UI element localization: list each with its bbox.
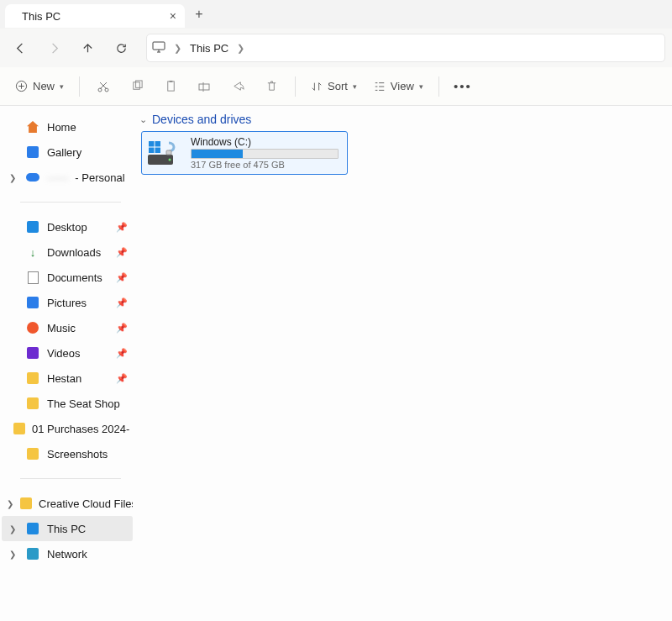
sidebar-item-gallery[interactable]: Gallery [2,139,133,165]
chevron-down-icon: ▾ [353,82,357,91]
ellipsis-icon: ••• [454,79,472,93]
cut-button[interactable] [88,73,118,100]
sidebar-item-videos[interactable]: Videos📌 [2,340,133,366]
music-icon [25,320,40,335]
chevron-right-icon[interactable]: ❯ [174,43,181,54]
new-button[interactable]: New ▾ [8,73,71,100]
chevron-right-icon[interactable]: ❯ [7,499,13,508]
folder-icon [13,421,25,436]
pin-icon: 📌 [116,297,128,308]
rename-button[interactable] [189,73,219,100]
svg-rect-0 [153,42,165,50]
new-tab-button[interactable]: + [185,7,213,22]
pin-icon: 📌 [116,272,128,283]
sort-label: Sort [328,80,348,92]
sidebar-item-label: Videos [47,347,81,360]
sidebar-item-label: This PC [47,523,86,535]
chevron-right-icon[interactable]: ❯ [7,550,18,559]
sidebar-item-label: Creative Cloud Files [39,497,133,510]
sidebar-item-label: Downloads [47,246,101,259]
pictures-icon [25,295,40,310]
videos-icon [25,345,40,360]
breadcrumb-this-pc[interactable]: This PC [190,42,228,55]
content-pane: ⌄ Devices and drives Windows (C:) 317 GB… [133,106,672,621]
sidebar-item-home[interactable]: Home [2,114,133,139]
paste-button[interactable] [155,73,186,100]
divider [79,76,80,97]
drive-free-text: 317 GB free of 475 GB [191,160,339,170]
address-bar[interactable]: ❯ This PC ❯ [146,34,665,62]
command-bar: New ▾ Sort ▾ View ▾ ••• [0,67,672,106]
chevron-down-icon: ⌄ [139,114,147,125]
view-label: View [391,80,414,92]
pin-icon: 📌 [116,348,128,359]
up-button[interactable] [74,34,101,61]
sidebar-item-pictures[interactable]: Pictures📌 [2,290,133,315]
gallery-icon [25,145,40,160]
folder-icon [25,446,40,461]
svg-rect-7 [169,81,172,82]
divider [295,76,296,97]
forward-button[interactable] [40,34,67,61]
drive-name: Windows (C:) [191,136,339,148]
sidebar-item-this-pc[interactable]: ❯This PC [2,516,133,541]
monitor-icon [152,41,165,55]
sort-icon [311,81,323,92]
sidebar-item-folder[interactable]: The Seat Shop [2,391,133,416]
sidebar-item-label: Home [47,121,76,134]
pin-icon: 📌 [116,247,128,258]
sidebar-item-creative-cloud[interactable]: ❯Creative Cloud Files [2,491,133,516]
sidebar-item-folder[interactable]: 01 Purchases 2024- [2,416,133,441]
home-icon [25,119,40,134]
sidebar-item-downloads[interactable]: ↓Downloads📌 [2,239,133,265]
delete-button[interactable] [256,73,286,100]
divider [438,76,439,97]
tab-bar: This PC × + [0,0,672,29]
section-header-label: Devices and drives [152,113,251,126]
divider [20,202,121,203]
sidebar-item-label: Gallery [47,146,81,159]
cloud-icon [25,170,40,185]
plus-circle-icon [15,80,28,92]
section-header-devices[interactable]: ⌄ Devices and drives [139,113,664,126]
view-button[interactable]: View ▾ [367,73,430,100]
svg-rect-13 [166,150,171,155]
share-button[interactable] [223,73,253,100]
desktop-icon [25,219,40,234]
folder-icon [25,396,40,411]
drive-tile-c[interactable]: Windows (C:) 317 GB free of 475 GB [141,131,348,175]
sidebar-item-desktop[interactable]: Desktop📌 [2,214,133,239]
sidebar-item-label: 01 Purchases 2024- [32,423,129,435]
sidebar-item-label: ······· [47,171,68,184]
chevron-down-icon: ▾ [419,82,423,91]
pin-icon: 📌 [116,323,128,334]
sidebar-item-folder[interactable]: Screenshots [2,441,133,466]
drive-usage-fill [192,150,243,158]
close-icon[interactable]: × [170,10,176,22]
refresh-button[interactable] [108,34,134,61]
sidebar-item-music[interactable]: Music📌 [2,315,133,340]
back-button[interactable] [7,34,34,61]
sidebar-item-label: Hestan [47,372,81,385]
sort-button[interactable]: Sort ▾ [304,73,364,100]
folder-icon [25,371,40,386]
sidebar-item-folder[interactable]: Hestan📌 [2,366,133,391]
main-area: Home Gallery ❯······· - Personal Desktop… [0,106,672,621]
pin-icon: 📌 [116,373,128,384]
tab-title: This PC [22,10,60,23]
tab-this-pc[interactable]: This PC × [5,4,185,28]
nav-bar: ❯ This PC ❯ [0,29,672,67]
sidebar-item-onedrive[interactable]: ❯······· - Personal [2,165,133,190]
sidebar-item-documents[interactable]: Documents📌 [2,265,133,290]
sidebar-item-label: Pictures [47,297,87,309]
sidebar-item-network[interactable]: ❯Network [2,541,133,566]
pin-icon: 📌 [116,222,128,233]
drive-info: Windows (C:) 317 GB free of 475 GB [191,136,339,170]
sidebar-item-label: Network [47,548,87,560]
chevron-right-icon[interactable]: ❯ [7,173,18,182]
chevron-right-icon[interactable]: ❯ [7,524,18,534]
sidebar-item-label: Music [47,322,76,334]
chevron-right-icon[interactable]: ❯ [237,43,244,54]
more-button[interactable]: ••• [448,73,478,100]
copy-button[interactable] [122,73,152,100]
